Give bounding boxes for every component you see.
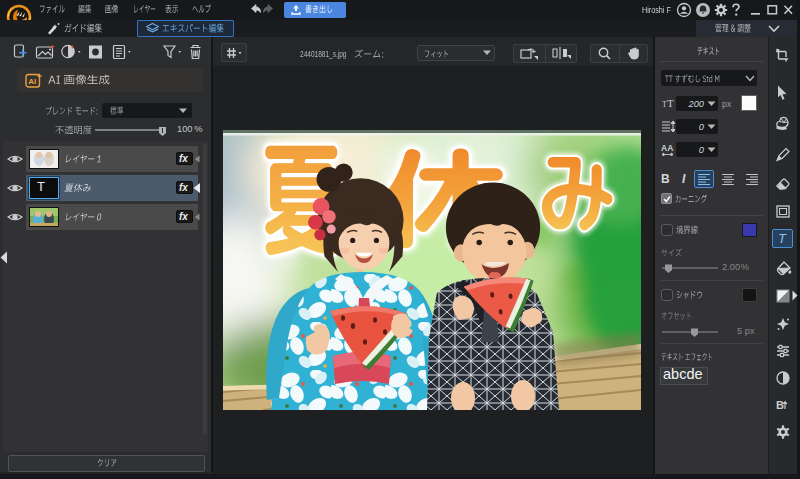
svg-text:AA: AA xyxy=(661,143,673,153)
svg-text:T: T xyxy=(667,97,674,109)
svg-text:B: B xyxy=(776,399,784,411)
svg-text:AI: AI xyxy=(28,77,36,86)
